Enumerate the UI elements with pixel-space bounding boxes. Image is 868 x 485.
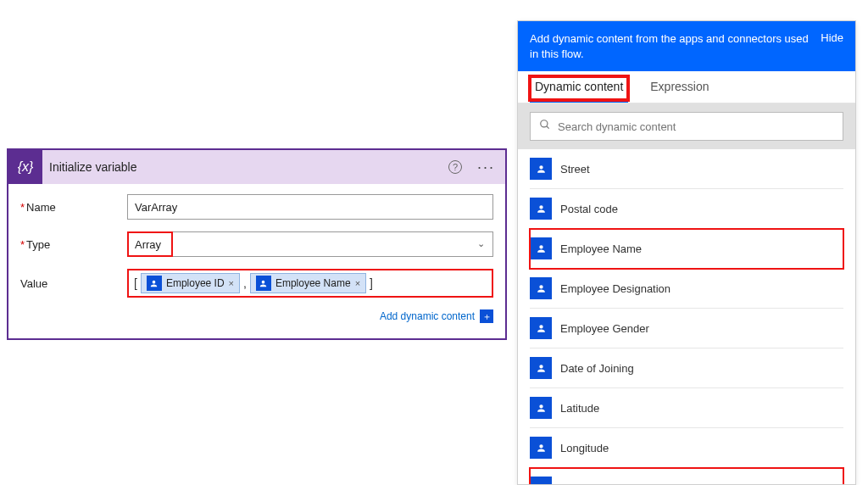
- item-label: Employee Gender: [560, 322, 649, 335]
- item-label: Employee Name: [560, 242, 642, 255]
- token-separator: ,: [243, 276, 247, 290]
- list-item[interactable]: Street: [530, 149, 843, 189]
- list-item[interactable]: Longitude: [530, 428, 843, 468]
- item-icon: [530, 437, 552, 459]
- item-icon: [530, 317, 552, 339]
- svg-point-0: [541, 120, 548, 127]
- help-icon[interactable]: ?: [448, 160, 462, 174]
- list-item[interactable]: Employee Designation: [530, 269, 843, 309]
- panel-description: Add dynamic content from the apps and co…: [530, 31, 812, 61]
- search-wrap: [518, 103, 855, 149]
- card-title: Initialize variable: [49, 160, 442, 174]
- token-employee-id[interactable]: Employee ID ×: [141, 273, 240, 293]
- initialize-variable-card: {x} Initialize variable ? ··· *Name *Typ…: [7, 148, 507, 340]
- row-name: *Name: [20, 194, 493, 220]
- search-box[interactable]: [530, 112, 843, 141]
- variable-icon: {x}: [8, 150, 42, 184]
- row-type: *Type Array ⌄: [20, 231, 493, 257]
- list-item[interactable]: Date of Joining: [530, 348, 843, 388]
- list-item[interactable]: Latitude: [530, 388, 843, 428]
- item-label: Longitude: [560, 442, 609, 454]
- panel-header: Add dynamic content from the apps and co…: [518, 21, 855, 71]
- svg-line-1: [547, 126, 549, 129]
- tab-dynamic-content[interactable]: Dynamic content: [530, 80, 628, 103]
- bracket-open: [: [134, 276, 137, 290]
- type-select-wrap: Array ⌄: [127, 231, 493, 257]
- name-input[interactable]: [127, 194, 493, 220]
- item-icon: [530, 277, 552, 299]
- add-dynamic-content-link[interactable]: Add dynamic content: [380, 310, 475, 322]
- item-icon: [530, 198, 552, 220]
- list-item[interactable]: Employee Name: [530, 229, 843, 269]
- row-value: Value [ Employee ID × , Employee Name × …: [20, 269, 493, 298]
- item-label: Employee Designation: [560, 282, 670, 295]
- card-header: {x} Initialize variable ? ···: [8, 150, 505, 184]
- search-icon: [539, 119, 551, 134]
- item-label: Postal code: [560, 203, 618, 215]
- token-employee-name[interactable]: Employee Name ×: [250, 273, 366, 293]
- token-icon: [147, 276, 162, 291]
- label-value: Value: [20, 277, 122, 290]
- tab-expression[interactable]: Expression: [650, 80, 709, 103]
- token-icon: [256, 276, 271, 291]
- list-item[interactable]: Employee ID: [530, 468, 843, 484]
- label-type: *Type: [20, 238, 122, 251]
- plus-icon[interactable]: ＋: [480, 309, 493, 323]
- card-body: *Name *Type Array ⌄ Value [ Employee ID …: [8, 184, 505, 338]
- list-item[interactable]: Employee Gender: [530, 309, 843, 348]
- type-select[interactable]: Array ⌄: [127, 231, 493, 257]
- value-input[interactable]: [ Employee ID × , Employee Name × ]: [127, 269, 493, 298]
- item-list[interactable]: StreetPostal codeEmployee NameEmployee D…: [518, 149, 855, 484]
- type-value: Array: [135, 238, 161, 251]
- dynamic-content-panel: Add dynamic content from the apps and co…: [517, 20, 856, 485]
- list-item[interactable]: Postal code: [530, 189, 843, 229]
- card-menu-ellipsis[interactable]: ···: [474, 159, 498, 176]
- search-input[interactable]: [558, 120, 834, 133]
- item-label: Street: [560, 163, 590, 176]
- hide-button[interactable]: Hide: [821, 31, 843, 44]
- item-label: Date of Joining: [560, 362, 634, 375]
- item-icon: [530, 397, 552, 419]
- token-remove-icon[interactable]: ×: [355, 278, 360, 288]
- chevron-down-icon: ⌄: [477, 238, 485, 249]
- item-icon: [530, 477, 552, 484]
- token-remove-icon[interactable]: ×: [229, 278, 234, 288]
- item-icon: [530, 158, 552, 180]
- add-dynamic-row: Add dynamic content ＋: [20, 309, 493, 323]
- panel-tabs: Dynamic content Expression: [518, 71, 855, 103]
- bracket-close: ]: [370, 276, 373, 290]
- item-icon: [530, 357, 552, 379]
- item-label: Employee ID: [560, 482, 623, 484]
- item-icon: [530, 237, 552, 259]
- item-label: Latitude: [560, 402, 599, 415]
- label-name: *Name: [20, 201, 122, 214]
